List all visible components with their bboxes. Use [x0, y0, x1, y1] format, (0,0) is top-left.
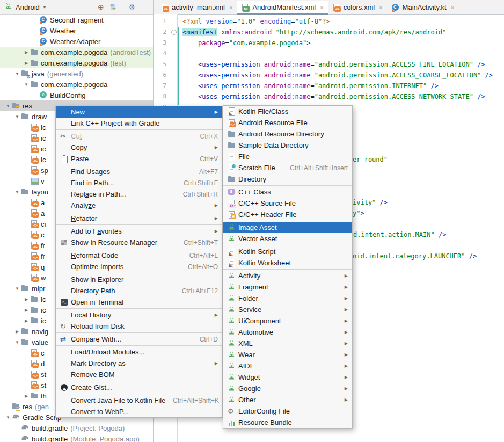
code-line[interactable]: 8 <uses-permission android:name="android…	[154, 91, 504, 102]
menu-item-link-c-project-with-gradle[interactable]: Link C++ Project with Gradle	[56, 118, 222, 129]
menu-item-other[interactable]: Other▶	[223, 394, 352, 405]
code-line[interactable]: 1<?xml version="1.0" encoding="utf-8"?>	[154, 16, 504, 27]
tree-item-com-example-pogoda[interactable]: ▼com.example.pogoda	[0, 79, 153, 90]
code-area[interactable]: 1<?xml version="1.0" encoding="utf-8"?>2…	[154, 16, 504, 113]
menu-item-kotlin-worksheet[interactable]: Kotlin Worksheet	[223, 257, 352, 269]
code-line[interactable]: 2<manifest xmlns:android="http://schemas…	[154, 27, 504, 38]
tree-collapsed-arrow-icon[interactable]: ▶	[23, 61, 30, 66]
menu-item-android-resource-file[interactable]: <>Android Resource File	[223, 117, 352, 128]
tree-item-build-gradle[interactable]: build.gradle(Project: Pogoda)	[0, 423, 153, 433]
menu-item-google[interactable]: Google▶	[223, 383, 352, 394]
tree-collapsed-arrow-icon[interactable]: ▶	[23, 50, 30, 55]
close-icon[interactable]: ×	[379, 4, 382, 11]
menu-item-widget[interactable]: Widget▶	[223, 372, 352, 383]
tree-item-java[interactable]: ▼⚙java(generated)	[0, 68, 153, 79]
menu-item-xml[interactable]: XML▶	[223, 338, 352, 349]
code-line[interactable]: 5 <uses-permission android:name="android…	[154, 59, 504, 70]
menu-item-add-to-favorites[interactable]: Add to Favorites▶	[56, 226, 222, 237]
menu-item-android-resource-directory[interactable]: Android Resource Directory	[223, 128, 352, 140]
tree-item-weatheradapter[interactable]: CWeatherAdapter	[0, 36, 153, 47]
menu-item-kotlin-file-class[interactable]: Kotlin File/Class	[223, 106, 352, 117]
menu-item-c-c-source-file[interactable]: C++C/C++ Source File	[223, 198, 352, 209]
menu-item-new[interactable]: New▶	[56, 106, 222, 118]
menu-item-reload-from-disk[interactable]: ↻Reload from Disk	[56, 321, 222, 332]
menu-item-resource-bundle[interactable]: Resource Bundle	[223, 417, 352, 428]
tree-collapsed-arrow-icon[interactable]: ▶	[23, 394, 30, 398]
menu-item-convert-java-file-to-kotlin-file[interactable]: Convert Java File to Kotlin FileCtrl+Alt…	[56, 395, 222, 406]
tree-expanded-arrow-icon[interactable]: ▼	[13, 190, 21, 194]
tree-item-com-example-pogoda[interactable]: ▶com.example.pogoda(androidTest)	[0, 47, 153, 57]
tab-mainactivity-kt[interactable]: CMainActivity.kt×	[387, 1, 459, 14]
menu-item-convert-to-webp[interactable]: Convert to WebP...	[56, 406, 222, 417]
menu-item-create-gist[interactable]: Create Gist...	[56, 382, 222, 393]
tree-item-secondfragment[interactable]: CSecondFragment	[0, 15, 153, 25]
menu-item-open-in-terminal[interactable]: >_Open in Terminal	[56, 296, 222, 308]
menu-item-cut[interactable]: ✂CutCtrl+X	[56, 131, 222, 142]
menu-item-find-in-path[interactable]: Find in Path...Ctrl+Shift+F	[56, 177, 222, 189]
menu-item-scratch-file[interactable]: Scratch FileCtrl+Alt+Shift+Insert	[223, 162, 352, 173]
menu-item-refactor[interactable]: Refactor▶	[56, 213, 222, 224]
collapse-all-icon[interactable]: ⇅	[110, 3, 116, 11]
menu-item-show-in-resource-manager[interactable]: Show In Resource ManagerCtrl+Shift+T	[56, 237, 222, 248]
code-line[interactable]: 4	[154, 48, 504, 59]
menu-item-compare-with[interactable]: ⇄Compare With...Ctrl+D	[56, 334, 222, 345]
menu-item-file[interactable]: File	[223, 151, 352, 162]
menu-item-copy[interactable]: Copy▶	[56, 142, 222, 153]
tree-item-buildconfig[interactable]: cBuildConfig	[0, 90, 153, 100]
tree-expanded-arrow-icon[interactable]: ▼	[4, 415, 12, 420]
code-line[interactable]: 6 <uses-permission android:name="android…	[154, 70, 504, 81]
menu-item-optimize-imports[interactable]: Optimize ImportsCtrl+Alt+O	[56, 261, 222, 272]
tab-colors-xml[interactable]: <>colors.xml×	[328, 1, 387, 14]
tab-androidmanifest-xml[interactable]: MFAndroidManifest.xml×	[237, 1, 327, 14]
menu-item-c-class[interactable]: SC++ Class	[223, 186, 352, 198]
menu-item-sample-data-directory[interactable]: Sample Data Directory	[223, 140, 352, 151]
close-icon[interactable]: ×	[451, 4, 454, 11]
menu-item-find-usages[interactable]: Find UsagesAlt+F7	[56, 166, 222, 177]
code-line[interactable]: 7 <uses-permission android:name="android…	[154, 81, 504, 91]
gear-icon[interactable]: ⚙	[128, 3, 135, 11]
menu-item-activity[interactable]: Activity▶	[223, 270, 352, 281]
tree-collapsed-arrow-icon[interactable]: ▶	[23, 308, 30, 313]
code-line[interactable]: 3 package="com.example.pogoda">	[154, 38, 504, 48]
close-icon[interactable]: ×	[229, 4, 232, 11]
project-view-selector[interactable]: Android	[16, 3, 40, 11]
menu-item-local-history[interactable]: Local History▶	[56, 309, 222, 321]
menu-item-load-unload-modules[interactable]: Load/Unload Modules...	[56, 346, 222, 358]
menu-item-wear[interactable]: Wear▶	[223, 349, 352, 360]
tree-item-com-example-pogoda[interactable]: ▶com.example.pogoda(test)	[0, 57, 153, 68]
menu-item-c-c-header-file[interactable]: HC/C++ Header File	[223, 209, 352, 220]
tree-expanded-arrow-icon[interactable]: ▼	[13, 286, 21, 291]
menu-item-editorconfig-file[interactable]: ⚙EditorConfig File	[223, 405, 352, 417]
menu-item-show-in-explorer[interactable]: Show in Explorer	[56, 274, 222, 285]
tree-collapsed-arrow-icon[interactable]: ▶	[23, 318, 30, 323]
menu-item-directory[interactable]: Directory	[223, 173, 352, 185]
menu-item-service[interactable]: Service▶	[223, 304, 352, 315]
tree-collapsed-arrow-icon[interactable]: ▶	[23, 297, 30, 302]
menu-item-aidl[interactable]: AIDL▶	[223, 360, 352, 372]
menu-item-automotive[interactable]: Automotive▶	[223, 327, 352, 338]
menu-item-paste[interactable]: PasteCtrl+V	[56, 153, 222, 164]
tree-expanded-arrow-icon[interactable]: ▼	[13, 340, 21, 345]
menu-item-mark-directory-as[interactable]: Mark Directory as▶	[56, 358, 222, 369]
hide-panel-icon[interactable]: —	[141, 3, 149, 11]
menu-item-folder[interactable]: Folder▶	[223, 293, 352, 304]
tree-expanded-arrow-icon[interactable]: ▼	[13, 71, 21, 76]
menu-item-image-asset[interactable]: Image Asset	[223, 222, 352, 233]
menu-item-remove-bom[interactable]: Remove BOM	[56, 369, 222, 380]
tab-activity-main-xml[interactable]: <>activity_main.xml×	[156, 1, 237, 14]
menu-item-kotlin-script[interactable]: Kotlin Script	[223, 246, 352, 257]
menu-item-reformat-code[interactable]: Reformat CodeCtrl+Alt+L	[56, 250, 222, 261]
menu-item-directory-path[interactable]: Directory PathCtrl+Alt+F12	[56, 285, 222, 296]
tree-item-weather[interactable]: CWeather	[0, 25, 153, 36]
close-icon[interactable]: ×	[320, 4, 323, 11]
menu-item-uicomponent[interactable]: UiComponent▶	[223, 315, 352, 327]
tree-collapsed-arrow-icon[interactable]: ▶	[13, 329, 21, 334]
menu-item-vector-asset[interactable]: Vector Asset	[223, 233, 352, 244]
menu-item-fragment[interactable]: Fragment▶	[223, 281, 352, 293]
locate-file-icon[interactable]: ⊕	[98, 3, 104, 11]
tree-expanded-arrow-icon[interactable]: ▼	[4, 104, 12, 108]
tree-item-build-gradle[interactable]: build.gradle(Module: Pogoda.app)	[0, 433, 153, 442]
menu-item-replace-in-path[interactable]: Replace in Path...Ctrl+Shift+R	[56, 189, 222, 200]
tree-expanded-arrow-icon[interactable]: ▼	[23, 82, 30, 87]
menu-item-analyze[interactable]: Analyze▶	[56, 200, 222, 211]
